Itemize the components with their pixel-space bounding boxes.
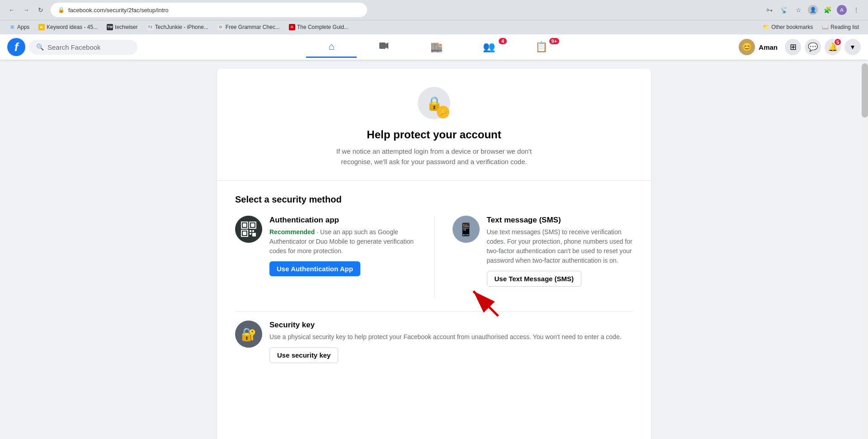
bookmark-grammar[interactable]: G Free Grammar Chec... [214,23,283,32]
cast-button[interactable]: 📡 [778,4,790,16]
url-text: facebook.com/security/2fac/setup/intro [68,7,169,14]
techjunkie-favicon: TJ [147,24,153,30]
user-info[interactable]: 😊 Aman [735,37,781,57]
bookmark-label: techwiser [115,24,138,30]
use-sms-button[interactable]: Use Text Message (SMS) [487,271,582,287]
bookmark-label: Apps [17,24,29,30]
grammar-favicon: G [217,24,224,30]
main-nav: ⌂ 🏬 👥 4 📋 9+ [141,36,731,58]
sms-icon: 📱 [453,216,480,243]
back-button[interactable]: ← [5,4,18,16]
keyword-favicon: K [38,24,45,30]
recommended-badge: Recommended [269,228,315,236]
forward-button[interactable]: → [20,4,33,16]
groups-icon: 👥 [483,41,495,53]
auth-app-method: Authentication app Recommended · Use an … [235,216,416,276]
svg-rect-10 [250,233,251,235]
bookmark-label: Reading list [830,24,859,30]
extensions-button[interactable]: 🧩 [821,4,834,16]
account-menu-button[interactable]: ▼ [844,39,861,55]
clipboard-icon: 📋 [535,41,547,53]
profile-button[interactable]: 👤 [807,4,819,16]
bookmark-apps[interactable]: ⊞ Apps [5,23,33,32]
search-bar[interactable]: 🔍 Search Facebook [29,40,137,55]
star-button[interactable]: ☆ [792,4,805,16]
security-key-icon: 🔐 [235,321,262,348]
svg-rect-3 [243,223,246,227]
bookmark-reading[interactable]: 📖 Reading list [818,23,863,32]
security-key-description: Use a physical security key to help prot… [269,332,633,342]
nav-notifications[interactable]: 📋 9+ [516,36,566,58]
svg-rect-5 [251,223,255,227]
apps-favicon: ⊞ [9,24,15,30]
address-bar[interactable]: 🔒 facebook.com/security/2fac/setup/intro [51,3,367,17]
nav-home[interactable]: ⌂ [306,36,357,58]
methods-section-title: Select a security method [235,194,633,205]
security-key-method: 🔐 Security key Use a physical security k… [235,321,633,363]
svg-rect-11 [252,233,256,236]
svg-rect-9 [252,230,254,232]
svg-rect-0 [379,42,386,49]
hero-title: Help protect your account [367,128,501,141]
video-icon [378,40,389,54]
grid-icon: ⊞ [790,42,797,52]
groups-badge: 4 [499,38,507,44]
folder-icon: 📁 [763,24,769,30]
use-auth-app-button[interactable]: Use Authentication App [269,261,360,276]
chevron-down-icon: ▼ [849,43,856,51]
user-profile-button[interactable]: A [835,4,848,16]
key-icon: 🔑 [439,109,447,116]
sms-method: 📱 Text message (SMS) Use text messages (… [453,216,633,287]
browser-menu-button[interactable]: ⋮ [850,4,863,16]
messenger-icon: 💬 [808,42,818,52]
search-placeholder: Search Facebook [47,43,101,51]
techwiser-favicon: TW [107,24,113,30]
home-icon: ⌂ [329,41,335,52]
reading-icon: 📖 [822,24,829,30]
bookmark-label: Other bookmarks [771,24,813,30]
marketplace-icon: 🏬 [430,41,443,53]
scrollbar-thumb[interactable] [862,63,868,118]
svg-rect-8 [250,230,251,232]
notification-count: 5 [834,38,842,46]
bookmark-keyword[interactable]: K Keyword ideas - 45... [35,23,101,32]
scrollbar-track [862,63,868,439]
sms-title: Text message (SMS) [487,216,633,225]
key-icon-btn[interactable]: 🗝 [763,4,776,16]
auth-app-title: Authentication app [269,216,416,225]
bookmark-label: Free Grammar Chec... [226,24,280,30]
guide-favicon: G [289,24,295,30]
bookmark-techwiser[interactable]: TW techwiser [103,23,142,32]
sms-description: Use text messages (SMS) to receive verif… [487,227,633,265]
username-label: Aman [759,43,778,51]
security-key-title: Security key [269,321,633,330]
key-badge: 🔑 [437,106,449,118]
notification-bell-button[interactable]: 🔔 5 [825,39,841,55]
nav-video[interactable] [359,36,409,58]
bookmark-label: TechJunkie - iPhone... [155,24,208,30]
bookmark-guide[interactable]: G The Complete Guid... [285,23,352,32]
auth-app-description: Recommended · Use an app such as Google … [269,227,416,256]
svg-marker-1 [386,42,388,49]
facebook-logo[interactable]: f [7,38,25,56]
bookmark-label: The Complete Guid... [297,24,349,30]
search-icon: 🔍 [36,43,44,51]
nav-groups[interactable]: 👥 4 [463,36,514,58]
bookmark-techjunkie[interactable]: TJ TechJunkie - iPhone... [143,23,212,32]
bookmark-other[interactable]: 📁 Other bookmarks [759,23,816,32]
refresh-button[interactable]: ↻ [34,4,47,16]
nav-marketplace[interactable]: 🏬 [411,36,462,58]
user-avatar: 😊 [739,39,755,55]
auth-app-icon [235,216,262,243]
bookmark-label: Keyword ideas - 45... [47,24,98,30]
security-icon-wrapper: 🔒 🔑 [418,87,450,119]
messenger-button[interactable]: 💬 [805,39,821,55]
hero-description: If we notice an attempted login from a d… [326,146,542,167]
svg-rect-7 [243,231,246,235]
notifications-badge: 9+ [549,38,560,44]
grid-menu-button[interactable]: ⊞ [785,39,801,55]
use-security-key-button[interactable]: Use security key [269,347,338,363]
lock-icon: 🔒 [58,7,65,13]
